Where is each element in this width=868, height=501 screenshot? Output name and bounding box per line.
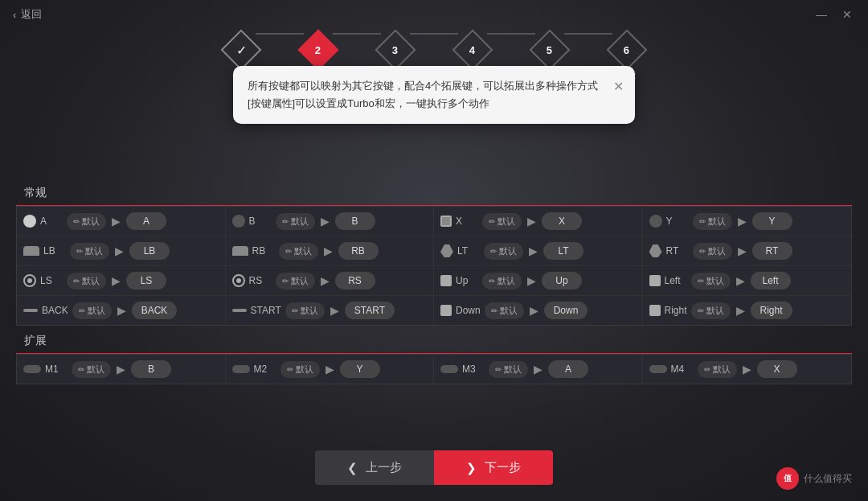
a-edit-label: 默认 <box>82 216 100 228</box>
a-arrow-right[interactable]: ▶ <box>110 213 122 229</box>
m2-edit-button[interactable]: ✏ 默认 <box>280 361 320 378</box>
ls-arrow-right[interactable]: ▶ <box>110 273 122 289</box>
y-arrow-right[interactable]: ▶ <box>736 213 748 229</box>
m3-edit-label: 默认 <box>504 363 522 376</box>
m4-edit-button[interactable]: ✏ 默认 <box>698 361 737 378</box>
up-arrow-right[interactable]: ▶ <box>526 273 538 289</box>
m3-edit-button[interactable]: ✏ 默认 <box>489 361 528 378</box>
m1-arrow-right[interactable]: ▶ <box>115 361 127 377</box>
m3-key-label: M3 <box>462 363 485 375</box>
button-row-2: LB ✏ 默认 ▶ LB RB ✏ 默认 ▶ RB LT <box>17 236 851 266</box>
left-button-icon <box>649 275 661 286</box>
lb-edit-button[interactable]: ✏ 默认 <box>70 243 109 260</box>
back-button[interactable]: ‹ 返回 <box>13 7 42 22</box>
button-A-cell: A ✏ 默认 ▶ A <box>17 207 226 236</box>
b-value-tag: B <box>335 212 375 230</box>
button-row-1: A ✏ 默认 ▶ A B ✏ 默认 ▶ B <box>17 207 851 236</box>
prev-button[interactable]: ❮ 上一步 <box>315 450 434 485</box>
rt-key-label: RT <box>666 245 689 257</box>
up-edit-button[interactable]: ✏ 默认 <box>482 273 522 290</box>
button-M4-cell: M4 ✏ 默认 ▶ X <box>643 355 852 384</box>
left-edit-button[interactable]: ✏ 默认 <box>691 273 731 290</box>
button-RT-cell: RT ✏ 默认 ▶ RT <box>643 236 852 266</box>
tooltip-box: 所有按键都可以映射为其它按键，配合4个拓展键，可以拓展出多种操作方式 [按键属性… <box>233 66 635 124</box>
tooltip-line1: 所有按键都可以映射为其它按键，配合4个拓展键，可以拓展出多种操作方式 <box>248 77 620 95</box>
tooltip-close-button[interactable]: ✕ <box>613 76 624 97</box>
bottom-navigation: ❮ 上一步 ❯ 下一步 <box>315 450 553 485</box>
back-pencil-icon: ✏ <box>79 306 85 315</box>
down-edit-button[interactable]: ✏ 默认 <box>485 302 524 319</box>
back-arrow-right[interactable]: ▶ <box>116 302 128 318</box>
m1-edit-button[interactable]: ✏ 默认 <box>72 361 111 378</box>
ls-pencil-icon: ✏ <box>73 277 80 285</box>
m1-pencil-icon: ✏ <box>78 365 84 374</box>
lt-value-tag: LT <box>543 242 583 260</box>
step-4-diamond: 4 <box>452 30 493 71</box>
lt-edit-button[interactable]: ✏ 默认 <box>484 243 523 260</box>
lb-edit-label: 默认 <box>85 245 103 257</box>
titlebar: ‹ 返回 — ✕ <box>0 0 868 29</box>
button-LT-cell: LT ✏ 默认 ▶ LT <box>434 236 643 266</box>
step-4-number: 4 <box>469 43 475 55</box>
button-X-cell: X ✏ 默认 ▶ X <box>434 207 643 236</box>
m3-value-tag: A <box>548 360 588 378</box>
start-edit-button[interactable]: ✏ 默认 <box>285 302 325 319</box>
b-button-icon <box>232 215 245 228</box>
right-edit-label: 默认 <box>706 305 724 317</box>
m2-edit-label: 默认 <box>296 363 313 376</box>
rs-button-icon <box>232 274 245 287</box>
start-pencil-icon: ✏ <box>292 306 298 315</box>
a-edit-button[interactable]: ✏ 默认 <box>67 213 106 230</box>
a-button-icon <box>23 215 36 228</box>
rb-arrow-right[interactable]: ▶ <box>322 243 334 259</box>
x-arrow-right[interactable]: ▶ <box>526 213 538 229</box>
y-value-tag: Y <box>752 212 792 230</box>
left-key-label: Left <box>665 275 687 286</box>
x-edit-label: 默认 <box>497 216 515 228</box>
minimize-button[interactable]: — <box>813 8 829 21</box>
y-edit-button[interactable]: ✏ 默认 <box>693 213 732 230</box>
m2-arrow-right[interactable]: ▶ <box>324 361 336 377</box>
ls-edit-button[interactable]: ✏ 默认 <box>67 273 106 290</box>
down-arrow-right[interactable]: ▶ <box>528 302 540 318</box>
left-arrow-right[interactable]: ▶ <box>735 273 747 289</box>
left-pencil-icon: ✏ <box>698 277 704 285</box>
b-edit-button[interactable]: ✏ 默认 <box>276 213 315 230</box>
rt-arrow-right[interactable]: ▶ <box>736 243 748 259</box>
left-value-tag: Left <box>751 272 791 290</box>
m3-arrow-right[interactable]: ▶ <box>532 361 544 377</box>
step-3-diamond: 3 <box>375 30 416 71</box>
back-arrow-icon: ‹ <box>13 9 16 21</box>
right-key-label: Right <box>665 305 687 316</box>
ls-edit-label: 默认 <box>82 275 100 287</box>
m2-key-label: M2 <box>254 363 276 375</box>
next-button[interactable]: ❯ 下一步 <box>434 450 553 485</box>
b-arrow-right[interactable]: ▶ <box>319 213 331 229</box>
m3-pencil-icon: ✏ <box>495 365 502 374</box>
lb-value-tag: LB <box>129 242 170 260</box>
rs-edit-button[interactable]: ✏ 默认 <box>276 273 315 290</box>
button-START-cell: START ✏ 默认 ▶ START <box>226 296 435 325</box>
back-edit-label: 默认 <box>88 305 105 317</box>
m4-pencil-icon: ✏ <box>704 365 710 374</box>
prev-arrow-icon: ❮ <box>347 461 358 475</box>
back-edit-button[interactable]: ✏ 默认 <box>72 302 112 319</box>
up-key-label: Up <box>456 275 478 286</box>
right-arrow-right[interactable]: ▶ <box>735 302 747 318</box>
right-edit-button[interactable]: ✏ 默认 <box>691 302 731 319</box>
lt-arrow-right[interactable]: ▶ <box>527 243 539 259</box>
lb-key-label: LB <box>43 245 66 257</box>
rb-edit-button[interactable]: ✏ 默认 <box>279 243 318 260</box>
x-button-icon <box>440 216 452 227</box>
rt-edit-button[interactable]: ✏ 默认 <box>693 243 732 260</box>
close-button[interactable]: ✕ <box>839 8 855 21</box>
m2-pencil-icon: ✏ <box>287 365 293 374</box>
start-arrow-right[interactable]: ▶ <box>329 302 341 318</box>
lb-arrow-right[interactable]: ▶ <box>113 243 125 259</box>
x-edit-button[interactable]: ✏ 默认 <box>482 213 522 230</box>
watermark-logo: 值 <box>776 467 799 490</box>
rs-arrow-right[interactable]: ▶ <box>319 273 331 289</box>
m4-arrow-right[interactable]: ▶ <box>741 361 753 377</box>
button-M2-cell: M2 ✏ 默认 ▶ Y <box>226 355 435 384</box>
x-pencil-icon: ✏ <box>489 217 495 226</box>
